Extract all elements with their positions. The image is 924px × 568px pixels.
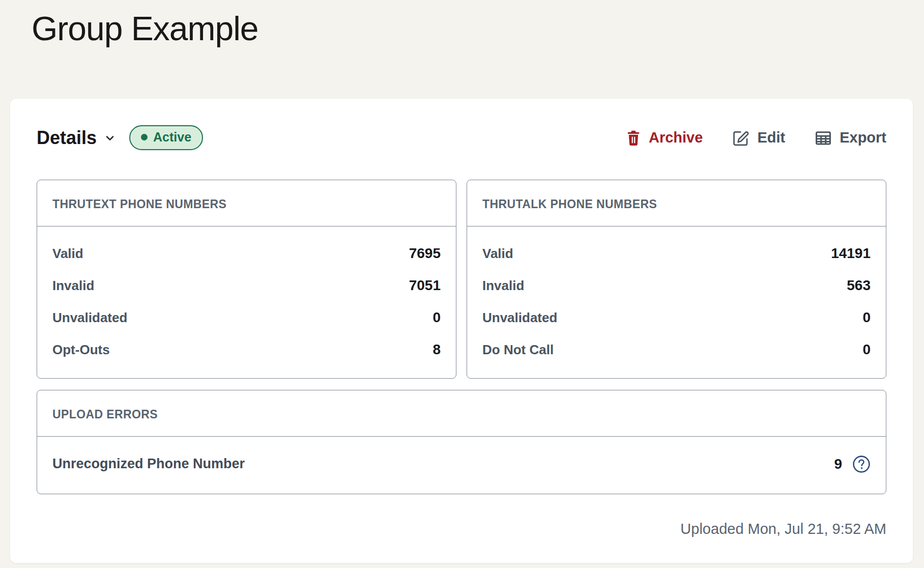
details-label: Details (37, 127, 97, 149)
stat-row: Invalid 563 (482, 270, 871, 302)
stat-row: Valid 14191 (482, 238, 871, 270)
uploaded-timestamp: Uploaded Mon, Jul 21, 9:52 AM (37, 521, 886, 537)
status-badge: Active (129, 125, 203, 150)
stat-row: Valid 7695 (52, 238, 441, 270)
table-icon (815, 129, 832, 147)
export-label: Export (840, 129, 886, 146)
question-circle-icon[interactable] (852, 455, 871, 473)
stat-value: 0 (862, 309, 871, 326)
stat-value: 0 (432, 309, 441, 326)
trash-icon (626, 130, 641, 146)
edit-label: Edit (757, 129, 785, 146)
stat-row: Do Not Call 0 (482, 334, 871, 366)
archive-button[interactable]: Archive (626, 129, 703, 146)
toolbar-actions: Archive Edit Export (626, 129, 886, 147)
stat-value: 0 (862, 342, 871, 358)
stat-label: Valid (52, 246, 83, 262)
stat-cards-row: THRUTEXT PHONE NUMBERS Valid 7695 Invali… (37, 180, 886, 379)
stat-value: 563 (847, 277, 871, 294)
stat-row: Invalid 7051 (52, 270, 441, 302)
pencil-square-icon (732, 129, 749, 147)
export-button[interactable]: Export (815, 129, 886, 147)
group-details-panel: Details Active (10, 99, 913, 563)
stat-row: Unvalidated 0 (52, 302, 441, 334)
stat-label: Unvalidated (482, 310, 557, 326)
chevron-down-icon (104, 132, 116, 144)
stat-label: Unvalidated (52, 310, 127, 326)
upload-errors-card: UPLOAD ERRORS Unrecognized Phone Number … (37, 390, 886, 494)
thrutext-card-header: THRUTEXT PHONE NUMBERS (37, 180, 456, 226)
error-count: 9 (834, 456, 842, 472)
stat-label: Do Not Call (482, 342, 554, 358)
upload-error-row: Unrecognized Phone Number 9 (37, 437, 886, 494)
stat-label: Invalid (482, 278, 524, 294)
error-label: Unrecognized Phone Number (52, 456, 245, 472)
stat-label: Opt-Outs (52, 342, 110, 358)
thrutext-card: THRUTEXT PHONE NUMBERS Valid 7695 Invali… (37, 180, 456, 379)
stat-label: Invalid (52, 278, 94, 294)
status-dot-icon (141, 134, 148, 140)
stat-value: 14191 (831, 245, 871, 262)
stat-value: 7695 (409, 245, 441, 262)
upload-errors-header: UPLOAD ERRORS (37, 390, 886, 437)
toolbar: Details Active (37, 124, 886, 152)
error-value-group: 9 (834, 455, 871, 473)
details-dropdown[interactable]: Details (37, 127, 116, 149)
edit-button[interactable]: Edit (732, 129, 785, 147)
stat-label: Valid (482, 246, 513, 262)
status-label: Active (153, 130, 191, 145)
stat-row: Unvalidated 0 (482, 302, 871, 334)
page-title: Group Example (0, 0, 924, 48)
toolbar-left: Details Active (37, 125, 203, 150)
stat-value: 7051 (409, 277, 441, 294)
archive-label: Archive (649, 129, 703, 146)
thrutalk-card: THRUTALK PHONE NUMBERS Valid 14191 Inval… (467, 180, 886, 379)
thrutalk-card-body: Valid 14191 Invalid 563 Unvalidated 0 Do… (467, 226, 886, 378)
thrutext-card-body: Valid 7695 Invalid 7051 Unvalidated 0 Op… (37, 226, 456, 378)
thrutalk-card-header: THRUTALK PHONE NUMBERS (467, 180, 886, 226)
stat-row: Opt-Outs 8 (52, 334, 441, 366)
stat-value: 8 (432, 342, 441, 358)
